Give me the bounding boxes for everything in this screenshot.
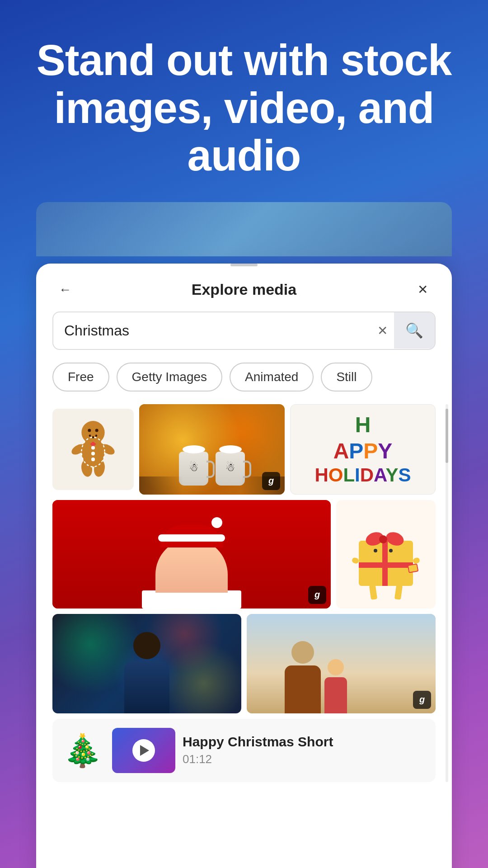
christmas-tree-icon: 🎄 <box>60 728 105 773</box>
modal-title: Explore media <box>192 281 296 298</box>
explore-media-modal: ← Explore media ✕ ✕ 🔍 Free Getty Images <box>36 264 452 868</box>
search-input[interactable] <box>53 312 371 349</box>
media-row-2: 00:17 · 4K g <box>52 500 436 609</box>
gingerbread-svg <box>66 418 120 481</box>
filter-chip-animated[interactable]: Animated <box>230 363 314 392</box>
mug-face-1: ☃ <box>189 461 199 474</box>
scrollbar-thumb[interactable] <box>446 409 448 463</box>
svg-point-4 <box>89 434 91 437</box>
svg-point-3 <box>95 429 99 432</box>
filter-chip-getty[interactable]: Getty Images <box>117 363 223 392</box>
back-button[interactable]: ← <box>52 277 78 302</box>
audio-title: Happy Christmas Short <box>183 734 428 750</box>
gift-sticker[interactable] <box>336 500 436 609</box>
gift-wrapper <box>352 509 420 599</box>
mug-face-2: ☃ <box>225 461 235 474</box>
modal-wrapper: ← Explore media ✕ ✕ 🔍 Free Getty Images <box>36 202 452 868</box>
hero-section: Stand out with stock images, video, and … <box>0 0 488 202</box>
play-button[interactable] <box>132 739 155 762</box>
audio-row[interactable]: 🎄 Happy Christmas Short 01:12 <box>52 719 436 782</box>
filter-chips: Free Getty Images Animated Still <box>36 363 452 404</box>
baby-figure <box>142 527 241 609</box>
modal-bg-peek <box>36 202 452 256</box>
filter-chip-still[interactable]: Still <box>321 363 372 392</box>
media-row-3: g <box>52 614 436 713</box>
svg-point-6 <box>95 434 98 437</box>
people <box>285 641 347 713</box>
happy-holidays-sticker[interactable]: HAPPY HOLIDAYS <box>290 404 436 495</box>
hero-headline: Stand out with stock images, video, and … <box>27 36 461 179</box>
close-icon: ✕ <box>418 282 428 297</box>
search-bar: ✕ 🔍 <box>52 311 436 350</box>
happy-holidays-text: HAPPY HOLIDAYS <box>314 412 411 487</box>
audio-duration: 01:12 <box>183 752 428 766</box>
baby-santa-video[interactable]: 00:17 · 4K g <box>52 500 331 609</box>
audio-info: Happy Christmas Short 01:12 <box>183 734 428 766</box>
getty-badge-1: g <box>262 472 280 490</box>
media-grid: ☃ ☃ g HAPPY <box>36 404 452 782</box>
svg-point-2 <box>88 429 91 432</box>
hot-cocoa-photo[interactable]: ☃ ☃ g <box>139 404 285 495</box>
cream-2 <box>219 445 242 453</box>
svg-point-5 <box>92 436 94 439</box>
svg-point-1 <box>81 421 104 444</box>
close-button[interactable]: ✕ <box>410 277 436 302</box>
play-triangle-icon <box>140 745 149 756</box>
getty-badge-2: g <box>308 586 326 604</box>
media-row-1: ☃ ☃ g HAPPY <box>52 404 436 495</box>
clear-icon: ✕ <box>377 323 388 338</box>
modal-header: ← Explore media ✕ <box>36 266 452 311</box>
search-button[interactable]: 🔍 <box>394 312 435 349</box>
scrollbar-track <box>446 404 448 782</box>
child-christmas-photo[interactable] <box>52 614 241 713</box>
cream-1 <box>183 445 205 453</box>
svg-point-13 <box>91 446 95 449</box>
search-icon: 🔍 <box>405 322 423 339</box>
audio-waveform-thumbnail[interactable] <box>112 728 175 773</box>
back-icon: ← <box>59 283 71 297</box>
grandma-photo[interactable]: g <box>247 614 436 713</box>
search-clear-button[interactable]: ✕ <box>371 319 394 342</box>
svg-point-14 <box>91 452 95 455</box>
getty-badge-3: g <box>413 691 431 709</box>
gingerbread-sticker[interactable] <box>52 409 134 490</box>
filter-chip-free[interactable]: Free <box>52 363 109 392</box>
child-silhouette <box>120 632 174 713</box>
svg-point-15 <box>91 458 95 461</box>
